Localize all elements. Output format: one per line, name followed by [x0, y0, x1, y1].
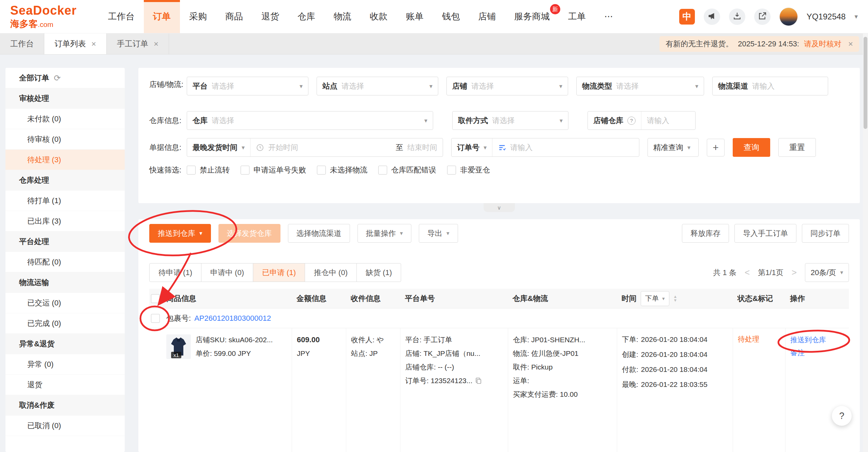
checkbox[interactable] [378, 166, 387, 175]
push-to-warehouse-button[interactable]: 推送到仓库 ▾ [149, 224, 211, 243]
sort-desc-icon[interactable]: ▼ [673, 299, 677, 302]
nav-item-payments[interactable]: 收款 [361, 0, 397, 33]
status-tab-applied[interactable]: 已申请 (1) [253, 263, 305, 282]
app-logo[interactable]: SeaDocker 海多客.com [10, 0, 89, 33]
help-button[interactable]: ? [832, 406, 852, 426]
sidebar-item-to-print[interactable]: 待打单 (1) [5, 191, 125, 211]
language-icon[interactable]: 中 [679, 9, 695, 25]
avatar[interactable] [779, 7, 798, 26]
warehouse-select[interactable]: 仓库 请选择 ▾ [187, 111, 433, 130]
sidebar-item-unpaid[interactable]: 未付款 (0) [5, 109, 125, 129]
select-all-checkbox[interactable] [151, 294, 160, 303]
reset-button[interactable]: 重置 [778, 138, 816, 157]
scrollbar-thumb[interactable] [864, 37, 867, 129]
shop-select[interactable]: 店铺 请选择 ▾ [446, 77, 568, 95]
announcement-button[interactable] [704, 9, 720, 25]
close-icon[interactable]: × [154, 39, 158, 49]
sort-toggle-icon[interactable]: ▲ ▼ [673, 295, 677, 302]
checkbox[interactable] [187, 166, 196, 175]
latest-ship-time-range[interactable]: 最晚发货时间 ▾ 开始时间 至 结束时间 [187, 138, 443, 157]
sidebar-item-pending-review[interactable]: 待审核 (0) [5, 129, 125, 150]
batch-operations-button[interactable]: 批量操作 ▾ [357, 224, 412, 243]
scrollbar-track[interactable] [863, 33, 868, 452]
row-remark-link[interactable]: 备注 [790, 347, 844, 358]
quick-filter-no-logistics[interactable]: 未选择物流 [317, 165, 367, 175]
download-button[interactable] [729, 9, 745, 25]
add-filter-button[interactable]: + [707, 139, 725, 156]
site-select[interactable]: 站点 请选择 ▾ [317, 77, 438, 95]
nav-item-logistics[interactable]: 物流 [324, 0, 361, 33]
date-start-placeholder[interactable]: 开始时间 [268, 142, 392, 153]
sync-orders-button[interactable]: 同步订单 [802, 224, 849, 243]
quick-filter-forbid-flow[interactable]: 禁止流转 [187, 165, 230, 175]
sidebar-item-returns[interactable]: 退货 [5, 375, 125, 395]
status-tab-out-of-stock[interactable]: 缺货 (1) [356, 263, 401, 282]
sidebar-item-to-match[interactable]: 待匹配 (0) [5, 252, 125, 272]
nav-item-purchase[interactable]: 采购 [180, 0, 216, 33]
status-tab-to-apply[interactable]: 待申请 (1) [149, 263, 201, 282]
product-image[interactable]: x1 [166, 334, 191, 359]
close-icon[interactable]: × [848, 39, 853, 49]
precise-search-select[interactable]: 精准查询 ▾ [648, 138, 699, 157]
copy-icon[interactable] [475, 377, 482, 384]
status-tab-pushing[interactable]: 推仓中 (0) [305, 263, 357, 282]
sidebar-item-completed[interactable]: 已完成 (0) [5, 313, 125, 334]
nav-item-workbench[interactable]: 工作台 [99, 0, 144, 33]
search-button[interactable]: 查询 [733, 138, 770, 157]
select-ship-warehouse-button[interactable]: 选择发货仓库 [218, 224, 280, 243]
nav-item-warehouse[interactable]: 仓库 [288, 0, 324, 33]
collapse-filters-button[interactable]: ∨ [484, 203, 515, 212]
package-number-link[interactable]: AP2601201803000012 [194, 314, 271, 323]
checkbox[interactable] [447, 166, 456, 175]
release-stock-button[interactable]: 释放库存 [682, 224, 729, 243]
pickup-method-select[interactable]: 取件方式 请选择 ▾ [452, 111, 568, 130]
username[interactable]: YQ192548 [807, 12, 846, 21]
quick-filter-waybill-failed[interactable]: 申请运单号失败 [241, 165, 306, 175]
date-end-placeholder[interactable]: 结束时间 [407, 142, 437, 153]
export-share-button[interactable] [754, 9, 771, 25]
tab-workbench[interactable]: 工作台 [0, 33, 44, 54]
sidebar-item-abnormal[interactable]: 异常 (0) [5, 354, 125, 375]
package-checkbox[interactable] [151, 314, 160, 323]
quick-filter-non-aiya[interactable]: 非爱亚仓 [447, 165, 490, 175]
nav-item-wallet[interactable]: 钱包 [433, 0, 469, 33]
nav-item-bills[interactable]: 账单 [397, 0, 433, 33]
tab-manual-order[interactable]: 手工订单 × [107, 33, 169, 54]
tab-order-list[interactable]: 订单列表 × [44, 33, 107, 54]
batch-input-icon[interactable] [498, 144, 506, 152]
notice-action-link[interactable]: 请及时核对 [804, 39, 841, 49]
time-sort-field-select[interactable]: 下单 ▾ [641, 291, 669, 306]
sidebar-item-cancelled[interactable]: 已取消 (0) [5, 416, 125, 436]
prev-page-button[interactable]: < [745, 267, 750, 278]
chevron-down-icon[interactable]: ▾ [854, 13, 858, 20]
export-button[interactable]: 导出 ▾ [419, 224, 458, 243]
platform-select[interactable]: 平台 请选择 ▾ [187, 77, 308, 95]
info-icon[interactable]: ? [627, 117, 636, 125]
select-logistics-channel-button[interactable]: 选择物流渠道 [288, 224, 350, 243]
row-push-to-warehouse-link[interactable]: 推送到仓库 [790, 334, 844, 345]
status-tab-applying[interactable]: 申请中 (0) [201, 263, 253, 282]
nav-item-products[interactable]: 商品 [216, 0, 252, 33]
nav-item-tickets[interactable]: 工单 [559, 0, 595, 33]
checkbox[interactable] [317, 166, 326, 175]
page-size-select[interactable]: 20条/页 ▾ [805, 263, 849, 282]
sidebar-item-pending-process[interactable]: 待处理 (3) [5, 150, 125, 170]
refresh-icon[interactable]: ⟳ [54, 73, 61, 83]
import-manual-order-button[interactable]: 导入手工订单 [734, 224, 796, 243]
sidebar-item-all-orders[interactable]: 全部订单 ⟳ [5, 68, 125, 88]
nav-item-returns[interactable]: 退货 [252, 0, 288, 33]
shop-warehouse-input[interactable]: 店铺仓库 ? 请输入 [588, 111, 696, 130]
nav-item-service-mall[interactable]: 服务商城 新 [505, 0, 559, 33]
checkbox[interactable] [241, 166, 249, 175]
nav-item-orders[interactable]: 订单 [144, 0, 180, 33]
nav-item-more[interactable]: ⋯ [595, 0, 622, 33]
quick-filter-warehouse-mismatch[interactable]: 仓库匹配错误 [378, 165, 436, 175]
order-number-input[interactable]: 订单号 ▾ 请输入 [451, 138, 639, 157]
next-page-button[interactable]: > [792, 267, 797, 278]
close-icon[interactable]: × [91, 39, 96, 49]
nav-item-shops[interactable]: 店铺 [469, 0, 505, 33]
sidebar-item-in-transit[interactable]: 已交运 (0) [5, 293, 125, 313]
sidebar-item-shipped-out[interactable]: 已出库 (3) [5, 211, 125, 231]
logistics-channel-input[interactable]: 物流渠道 请输入 [712, 77, 828, 95]
logistics-type-select[interactable]: 物流类型 请选择 ▾ [576, 77, 704, 95]
